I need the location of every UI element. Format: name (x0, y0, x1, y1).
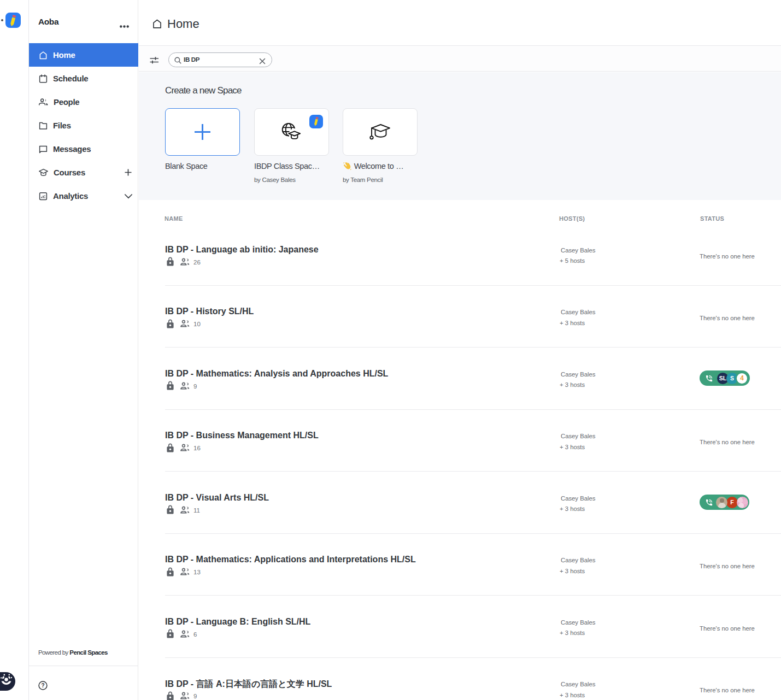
svg-text:?: ? (41, 683, 44, 689)
